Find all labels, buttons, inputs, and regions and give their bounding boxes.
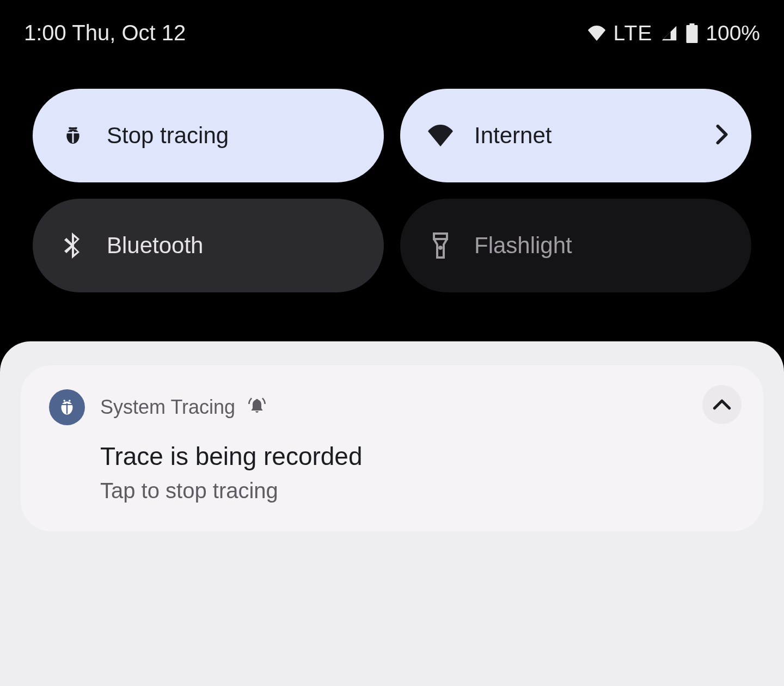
tile-label: Flashlight [474, 232, 724, 259]
tile-label: Bluetooth [107, 232, 357, 259]
wifi-status-icon [587, 26, 606, 41]
bell-alert-icon [248, 397, 266, 417]
network-type-label: LTE [614, 21, 653, 45]
collapse-button[interactable] [702, 385, 742, 424]
svg-point-2 [69, 127, 71, 130]
chevron-up-icon [713, 399, 731, 411]
status-time-date: 1:00 Thu, Oct 12 [24, 21, 186, 45]
stop-tracing-tile[interactable]: Stop tracing [33, 89, 384, 182]
quick-settings-tiles: Stop tracing Internet Bluetooth [0, 56, 784, 292]
status-bar: 1:00 Thu, Oct 12 LTE 100% [0, 0, 784, 56]
bluetooth-tile[interactable]: Bluetooth [33, 199, 384, 292]
notification-header: System Tracing [49, 389, 735, 425]
tile-label: Stop tracing [107, 122, 357, 149]
svg-point-3 [75, 127, 77, 130]
notification-body: Trace is being recorded Tap to stop trac… [49, 425, 735, 503]
svg-point-9 [69, 400, 71, 402]
status-right: LTE 100% [587, 21, 760, 45]
notification-panel: System Tracing Trace is being recorded T… [0, 341, 784, 686]
tile-label: Internet [474, 122, 724, 149]
svg-rect-4 [434, 234, 447, 239]
svg-rect-7 [62, 404, 73, 405]
notification-app-name: System Tracing [100, 396, 235, 419]
wifi-icon [427, 122, 454, 149]
battery-percent-label: 100% [706, 21, 760, 45]
app-icon-bug [49, 389, 85, 425]
cellular-signal-icon [660, 24, 678, 42]
bluetooth-icon [60, 232, 86, 259]
battery-icon [686, 23, 698, 43]
notification-title: Trace is being recorded [100, 442, 735, 471]
internet-tile[interactable]: Internet [400, 89, 751, 182]
flashlight-tile[interactable]: Flashlight [400, 199, 751, 292]
notification-card[interactable]: System Tracing Trace is being recorded T… [21, 365, 763, 531]
svg-rect-1 [66, 132, 79, 133]
bug-icon [60, 122, 86, 149]
svg-point-8 [63, 400, 65, 402]
flashlight-icon [427, 232, 454, 259]
notification-subtitle: Tap to stop tracing [100, 479, 735, 503]
chevron-right-icon [715, 124, 728, 147]
svg-point-5 [439, 247, 442, 249]
